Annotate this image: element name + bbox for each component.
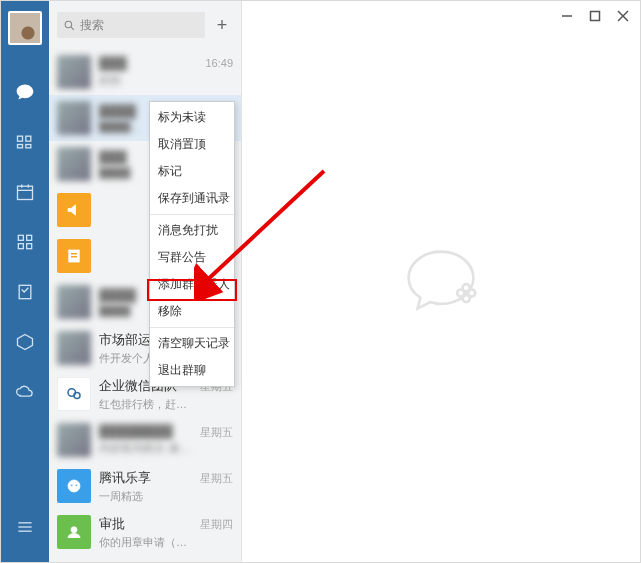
svg-point-17	[65, 21, 72, 28]
chat-time: 星期五	[200, 425, 233, 440]
nav-contacts-icon[interactable]	[14, 131, 36, 153]
search-icon	[63, 19, 76, 32]
svg-line-18	[71, 27, 74, 30]
chat-preview: 红包排行榜，赶进入…	[99, 397, 196, 412]
svg-rect-4	[18, 186, 33, 199]
context-menu-item[interactable]: 标记	[150, 158, 234, 185]
chat-avatar	[57, 239, 91, 273]
context-menu-item[interactable]: 退出群聊	[150, 357, 234, 384]
chat-avatar	[57, 193, 91, 227]
svg-marker-13	[18, 335, 33, 350]
nav-chat-icon[interactable]	[14, 81, 36, 103]
close-button[interactable]	[616, 9, 630, 23]
chat-avatar	[57, 515, 91, 549]
chat-context-menu: 标为未读取消置顶标记保存到通讯录消息免打扰写群公告添加群机器人移除清空聊天记录退…	[149, 101, 235, 387]
chat-preview: 一周精选	[99, 489, 196, 504]
chat-avatar	[57, 469, 91, 503]
svg-rect-2	[18, 145, 23, 148]
chat-avatar	[57, 377, 91, 411]
chat-preview: 内容官内部文-发12.1…	[99, 441, 196, 456]
svg-point-24	[68, 480, 80, 492]
new-chat-button[interactable]: +	[211, 14, 233, 36]
chat-time: 星期四	[200, 517, 233, 532]
empty-chat-placeholder-icon	[396, 235, 486, 328]
maximize-button[interactable]	[588, 9, 602, 23]
svg-rect-11	[27, 244, 32, 249]
chat-avatar	[57, 285, 91, 319]
chat-preview: 你的用章申请（不外…	[99, 535, 196, 550]
chat-avatar	[57, 423, 91, 457]
svg-rect-9	[27, 235, 32, 240]
nav-workspace-icon[interactable]	[14, 331, 36, 353]
search-input[interactable]: 搜索	[57, 12, 205, 38]
context-menu-item[interactable]: 清空聊天记录	[150, 330, 234, 357]
context-menu-item[interactable]: 写群公告	[150, 244, 234, 271]
chat-item[interactable]: 审批你的用章申请（不外…星期四	[49, 509, 241, 555]
svg-rect-10	[18, 244, 23, 249]
search-placeholder: 搜索	[80, 17, 104, 34]
chat-list-header: 搜索 +	[49, 1, 241, 49]
nav-docs-icon[interactable]	[14, 281, 36, 303]
context-menu-item[interactable]: 标为未读	[150, 104, 234, 131]
chat-title: ████████	[99, 424, 196, 439]
svg-rect-0	[18, 136, 23, 141]
chat-time: 16:49	[205, 57, 233, 69]
context-menu-item[interactable]: 添加群机器人	[150, 271, 234, 298]
svg-rect-8	[18, 235, 23, 240]
chat-avatar	[57, 147, 91, 181]
svg-rect-29	[591, 12, 600, 21]
window-controls	[560, 1, 640, 31]
svg-point-25	[71, 484, 73, 486]
chat-item[interactable]: ███好的16:49	[49, 49, 241, 95]
chat-preview: 好的	[99, 73, 201, 88]
svg-point-27	[71, 527, 77, 533]
chat-time: 星期五	[200, 471, 233, 486]
user-avatar[interactable]	[8, 11, 42, 45]
chat-item[interactable]: ████████内容官内部文-发12.1…星期五	[49, 417, 241, 463]
nav-cloud-icon[interactable]	[14, 381, 36, 403]
context-menu-item[interactable]: 移除	[150, 298, 234, 325]
chat-item[interactable]: 腾讯乐享一周精选星期五	[49, 463, 241, 509]
context-menu-item[interactable]: 消息免打扰	[150, 217, 234, 244]
minimize-button[interactable]	[560, 9, 574, 23]
sidebar-nav	[1, 1, 49, 562]
main-area	[242, 1, 640, 562]
chat-title: 审批	[99, 515, 196, 533]
chat-title: 腾讯乐享	[99, 469, 196, 487]
svg-point-26	[75, 484, 77, 486]
nav-menu-icon[interactable]	[14, 516, 36, 538]
context-menu-item[interactable]: 取消置顶	[150, 131, 234, 158]
svg-rect-1	[26, 136, 31, 141]
chat-avatar	[57, 101, 91, 135]
chat-avatar	[57, 55, 91, 89]
chat-title: ███	[99, 56, 201, 71]
chat-avatar	[57, 331, 91, 365]
svg-rect-3	[26, 145, 31, 148]
context-menu-item[interactable]: 保存到通讯录	[150, 185, 234, 212]
nav-apps-icon[interactable]	[14, 231, 36, 253]
nav-calendar-icon[interactable]	[14, 181, 36, 203]
svg-point-35	[457, 289, 464, 296]
